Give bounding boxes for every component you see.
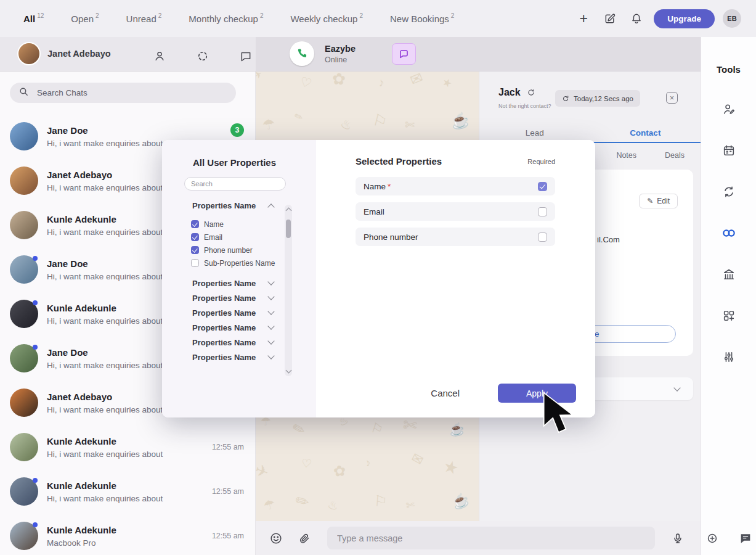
- chat-list-item[interactable]: Kunle AdekunleHi, i want make enquiries …: [0, 469, 255, 514]
- search-chats-input[interactable]: [36, 88, 227, 98]
- upgrade-button[interactable]: Upgrade: [654, 9, 715, 28]
- property-checkbox[interactable]: [191, 220, 199, 228]
- wallpaper-doodle: ♡: [301, 456, 313, 471]
- scan-add-icon[interactable]: [704, 530, 721, 547]
- property-group-collapsed[interactable]: Properties Name: [192, 335, 274, 350]
- property-option[interactable]: Name: [191, 218, 316, 231]
- tab-count-badge: 12: [37, 12, 44, 19]
- selected-property-rows: Name*EmailPhone number: [356, 177, 555, 246]
- last-sync-badge[interactable]: Today,12 Secs ago: [555, 90, 640, 107]
- property-checkbox[interactable]: [191, 259, 199, 267]
- user-properties-modal: All User Properties Properties Name Name…: [162, 140, 595, 417]
- wallpaper-doodle: ☕: [449, 110, 471, 131]
- contact-subtab-deals[interactable]: Deals: [665, 151, 685, 160]
- contact-name: Eazybe: [325, 44, 356, 54]
- topbar-actions: + Upgrade EB: [574, 9, 756, 28]
- property-group-collapsed[interactable]: Properties Name: [192, 350, 274, 364]
- property-checkbox[interactable]: [191, 233, 199, 241]
- sync-status-icon[interactable]: [193, 47, 212, 65]
- contact-panel-tab-contact[interactable]: Contact: [590, 123, 701, 142]
- label-chat-button[interactable]: [392, 43, 416, 65]
- quick-chat-icon[interactable]: [737, 530, 754, 547]
- user-avatar[interactable]: EB: [723, 9, 741, 28]
- contact-edit-icon[interactable]: [720, 101, 738, 118]
- compose-icon[interactable]: [601, 9, 619, 28]
- chat-list-item[interactable]: Kunle AdekunleHi, i want make enquiries …: [0, 425, 255, 469]
- property-group-collapsed[interactable]: Properties Name: [192, 320, 274, 335]
- wallpaper-doodle: ♨: [338, 115, 356, 134]
- inbox-tab-all[interactable]: All12: [23, 14, 44, 24]
- filters-icon[interactable]: [720, 348, 738, 366]
- refresh-contact-icon[interactable]: [526, 88, 536, 97]
- tag-chat-icon: [398, 48, 410, 60]
- message-input[interactable]: [327, 527, 655, 549]
- inbox-tab-open[interactable]: Open2: [71, 14, 99, 24]
- tab-count-badge: 2: [158, 12, 162, 19]
- link-integration-icon[interactable]: [720, 224, 738, 242]
- contact-status: Online: [325, 56, 356, 64]
- attachment-icon[interactable]: [295, 529, 314, 548]
- inbox-tab-weekly-checkup[interactable]: Weekly checkup2: [290, 14, 363, 24]
- tab-count-badge: 2: [451, 12, 455, 19]
- required-checkbox[interactable]: [538, 207, 547, 216]
- inbox-tab-unread[interactable]: Unread2: [126, 14, 162, 24]
- inbox-tab-monthly-checkup[interactable]: Monthly checkup2: [189, 14, 263, 24]
- wallpaper-doodle: ✉: [407, 71, 425, 89]
- property-options: NameEmailPhone numberSub-Properties Name: [191, 218, 316, 269]
- cancel-button[interactable]: Cancel: [431, 388, 460, 398]
- required-checkbox[interactable]: [538, 182, 547, 191]
- required-checkbox[interactable]: [538, 232, 547, 242]
- property-checkbox[interactable]: [191, 246, 199, 254]
- wallpaper-doodle: ♡: [298, 74, 314, 91]
- add-tab-button[interactable]: +: [574, 9, 593, 28]
- all-properties-pane: All User Properties Properties Name Name…: [162, 140, 316, 417]
- property-option[interactable]: Phone number: [191, 244, 316, 257]
- apps-grid-icon[interactable]: [720, 307, 738, 324]
- wallpaper-doodle: ✎: [292, 490, 313, 514]
- property-option[interactable]: Email: [191, 231, 316, 244]
- properties-scrollbar[interactable]: [285, 205, 292, 376]
- header-icons: [150, 47, 255, 65]
- microphone-icon[interactable]: [669, 529, 687, 548]
- tab-count-badge: 2: [96, 12, 99, 19]
- scroll-up-icon[interactable]: [285, 208, 291, 214]
- property-group-expanded[interactable]: Properties Name: [192, 201, 274, 210]
- wallpaper-doodle: ♨: [326, 497, 340, 514]
- search-chats[interactable]: [10, 83, 236, 103]
- contact-panel-name: Jack: [498, 87, 536, 98]
- wallpaper-doodle: ☂: [261, 116, 276, 134]
- chat-avatar: [10, 255, 38, 284]
- sync-icon[interactable]: [720, 183, 738, 200]
- plus-icon: +: [580, 12, 588, 26]
- emoji-icon[interactable]: [267, 529, 285, 548]
- unread-dot: [33, 256, 38, 261]
- current-user-avatar[interactable]: [17, 42, 41, 65]
- wallpaper-doodle: ⚐: [373, 492, 388, 510]
- properties-search-input[interactable]: [184, 177, 286, 191]
- wallpaper-doodle: ★: [440, 75, 454, 91]
- profile-icon[interactable]: [150, 47, 169, 65]
- messages-icon[interactable]: [237, 47, 255, 65]
- scrollbar-thumb[interactable]: [286, 220, 291, 238]
- organization-icon[interactable]: [720, 266, 738, 283]
- property-group-collapsed[interactable]: Properties Name: [192, 276, 274, 290]
- contact-subtab-notes[interactable]: Notes: [616, 151, 636, 160]
- property-group-collapsed[interactable]: Properties Name: [192, 290, 274, 305]
- inbox-tab-new-bookings[interactable]: New Bookings2: [390, 14, 454, 24]
- not-right-contact-link[interactable]: Not the right contact?: [498, 103, 551, 109]
- apply-button[interactable]: Apply: [498, 384, 576, 403]
- close-panel-icon[interactable]: ×: [666, 92, 678, 104]
- tools-title: Tools: [701, 64, 756, 75]
- chevron-down-icon: [267, 323, 274, 329]
- notifications-bell-icon[interactable]: [627, 9, 646, 28]
- chat-list-item[interactable]: Kunle AdekunleMacbook Pro12:55 am: [0, 514, 255, 555]
- property-option[interactable]: Sub-Properties Name: [191, 257, 316, 269]
- scroll-down-icon[interactable]: [285, 368, 291, 374]
- chevron-down-icon: [673, 384, 680, 391]
- edit-contact-button[interactable]: ✎ Edit: [639, 194, 678, 208]
- chat-avatar: [10, 522, 38, 550]
- calendar-icon[interactable]: [720, 142, 738, 159]
- chat-avatar: [10, 344, 38, 372]
- property-group-collapsed[interactable]: Properties Name: [192, 305, 274, 320]
- selected-property-row: Name*: [356, 177, 555, 195]
